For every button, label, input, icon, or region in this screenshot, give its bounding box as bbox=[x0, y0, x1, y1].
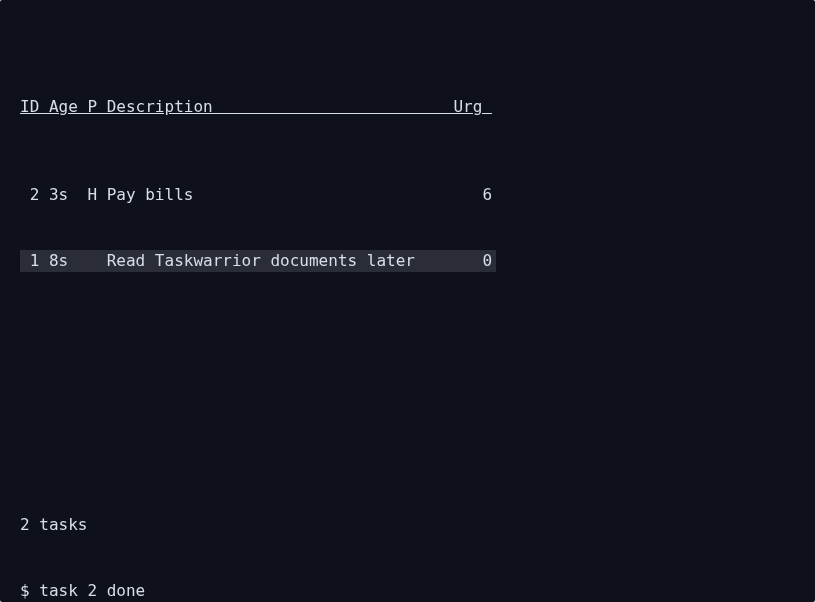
terminal-window[interactable]: ID Age P Description Urg 2 3s H Pay bill… bbox=[0, 0, 815, 602]
task-row-text: 2 3s H Pay bills 6 bbox=[20, 185, 492, 204]
task-table-header-text: ID Age P Description Urg bbox=[20, 97, 492, 116]
blank-line bbox=[20, 338, 797, 360]
blank-line bbox=[20, 404, 797, 426]
task-row-text: 1 8s Read Taskwarrior documents later 0 bbox=[20, 250, 496, 272]
task-count: 2 tasks bbox=[20, 514, 797, 536]
task-table-header: ID Age P Description Urg bbox=[20, 96, 797, 118]
shell-prompt-line: $ task 2 done bbox=[20, 580, 797, 602]
task-row-highlighted: 1 8s Read Taskwarrior documents later 0 bbox=[20, 250, 797, 272]
task-row: 2 3s H Pay bills 6 bbox=[20, 184, 797, 206]
